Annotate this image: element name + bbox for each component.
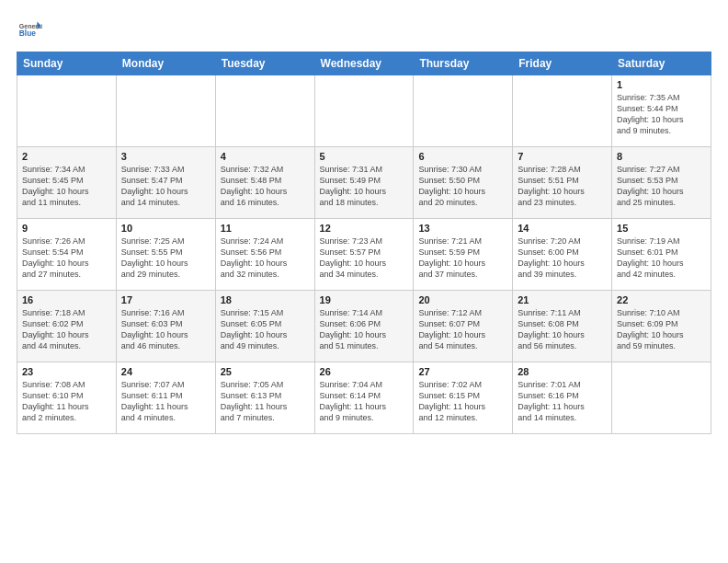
calendar-cell: 21Sunrise: 7:11 AM Sunset: 6:08 PM Dayli…	[513, 291, 612, 362]
day-number: 24	[121, 366, 210, 377]
day-info: Sunrise: 7:30 AM Sunset: 5:50 PM Dayligh…	[418, 164, 507, 209]
day-info: Sunrise: 7:01 AM Sunset: 6:16 PM Dayligh…	[518, 379, 607, 424]
calendar-cell	[513, 75, 612, 147]
calendar-cell	[314, 75, 414, 147]
day-number: 3	[121, 151, 210, 162]
calendar-cell: 20Sunrise: 7:12 AM Sunset: 6:07 PM Dayli…	[414, 291, 513, 362]
day-info: Sunrise: 7:05 AM Sunset: 6:13 PM Dayligh…	[221, 379, 310, 424]
day-number: 5	[320, 151, 409, 162]
calendar-cell: 16Sunrise: 7:18 AM Sunset: 6:02 PM Dayli…	[17, 291, 117, 362]
day-info: Sunrise: 7:25 AM Sunset: 5:55 PM Dayligh…	[121, 236, 210, 281]
logo: General Blue	[17, 17, 46, 42]
week-row-0: 1Sunrise: 7:35 AM Sunset: 5:44 PM Daylig…	[17, 75, 711, 147]
day-header-thursday: Thursday	[414, 52, 513, 75]
day-header-friday: Friday	[513, 52, 612, 75]
day-info: Sunrise: 7:16 AM Sunset: 6:03 PM Dayligh…	[121, 307, 210, 352]
day-number: 21	[518, 294, 607, 305]
day-info: Sunrise: 7:08 AM Sunset: 6:10 PM Dayligh…	[22, 379, 111, 424]
calendar-cell: 17Sunrise: 7:16 AM Sunset: 6:03 PM Dayli…	[116, 291, 215, 362]
week-row-2: 9Sunrise: 7:26 AM Sunset: 5:54 PM Daylig…	[17, 219, 711, 291]
day-number: 23	[22, 366, 111, 377]
day-info: Sunrise: 7:21 AM Sunset: 5:59 PM Dayligh…	[418, 236, 507, 281]
day-info: Sunrise: 7:23 AM Sunset: 5:57 PM Dayligh…	[320, 236, 409, 281]
calendar-table: SundayMondayTuesdayWednesdayThursdayFrid…	[17, 52, 711, 434]
day-header-saturday: Saturday	[612, 52, 711, 75]
day-number: 4	[221, 151, 310, 162]
day-number: 12	[320, 223, 409, 234]
day-number: 22	[617, 294, 706, 305]
day-info: Sunrise: 7:15 AM Sunset: 6:05 PM Dayligh…	[221, 307, 310, 352]
logo-icon: General Blue	[17, 17, 42, 42]
day-number: 11	[221, 223, 310, 234]
day-info: Sunrise: 7:12 AM Sunset: 6:07 PM Dayligh…	[418, 307, 507, 352]
day-number: 20	[418, 294, 507, 305]
day-number: 26	[320, 366, 409, 377]
day-number: 25	[221, 366, 310, 377]
page: General Blue SundayMondayTuesdayWednesda…	[0, 0, 728, 563]
calendar-cell: 28Sunrise: 7:01 AM Sunset: 6:16 PM Dayli…	[513, 362, 612, 434]
day-number: 7	[518, 151, 607, 162]
day-info: Sunrise: 7:02 AM Sunset: 6:15 PM Dayligh…	[418, 379, 507, 424]
calendar-cell: 26Sunrise: 7:04 AM Sunset: 6:14 PM Dayli…	[314, 362, 414, 434]
day-info: Sunrise: 7:24 AM Sunset: 5:56 PM Dayligh…	[221, 236, 310, 281]
week-row-3: 16Sunrise: 7:18 AM Sunset: 6:02 PM Dayli…	[17, 291, 711, 362]
calendar-cell: 14Sunrise: 7:20 AM Sunset: 6:00 PM Dayli…	[513, 219, 612, 291]
week-row-1: 2Sunrise: 7:34 AM Sunset: 5:45 PM Daylig…	[17, 147, 711, 219]
day-info: Sunrise: 7:11 AM Sunset: 6:08 PM Dayligh…	[518, 307, 607, 352]
calendar-cell: 4Sunrise: 7:32 AM Sunset: 5:48 PM Daylig…	[215, 147, 314, 219]
day-info: Sunrise: 7:04 AM Sunset: 6:14 PM Dayligh…	[320, 379, 409, 424]
day-number: 14	[518, 223, 607, 234]
day-number: 16	[22, 294, 111, 305]
day-number: 6	[418, 151, 507, 162]
day-number: 28	[518, 366, 607, 377]
calendar-cell: 15Sunrise: 7:19 AM Sunset: 6:01 PM Dayli…	[612, 219, 711, 291]
day-number: 1	[617, 79, 706, 90]
day-info: Sunrise: 7:27 AM Sunset: 5:53 PM Dayligh…	[617, 164, 706, 209]
day-number: 8	[617, 151, 706, 162]
day-number: 10	[121, 223, 210, 234]
calendar-cell: 7Sunrise: 7:28 AM Sunset: 5:51 PM Daylig…	[513, 147, 612, 219]
day-number: 15	[617, 223, 706, 234]
calendar-cell: 23Sunrise: 7:08 AM Sunset: 6:10 PM Dayli…	[17, 362, 117, 434]
calendar-cell: 12Sunrise: 7:23 AM Sunset: 5:57 PM Dayli…	[314, 219, 414, 291]
day-info: Sunrise: 7:33 AM Sunset: 5:47 PM Dayligh…	[121, 164, 210, 209]
day-number: 9	[22, 223, 111, 234]
svg-text:Blue: Blue	[19, 29, 36, 38]
day-info: Sunrise: 7:31 AM Sunset: 5:49 PM Dayligh…	[320, 164, 409, 209]
calendar-cell: 25Sunrise: 7:05 AM Sunset: 6:13 PM Dayli…	[215, 362, 314, 434]
day-header-sunday: Sunday	[17, 52, 117, 75]
calendar-cell	[414, 75, 513, 147]
day-number: 17	[121, 294, 210, 305]
calendar-header-row: SundayMondayTuesdayWednesdayThursdayFrid…	[17, 52, 711, 75]
calendar-cell: 9Sunrise: 7:26 AM Sunset: 5:54 PM Daylig…	[17, 219, 117, 291]
week-row-4: 23Sunrise: 7:08 AM Sunset: 6:10 PM Dayli…	[17, 362, 711, 434]
day-number: 13	[418, 223, 507, 234]
day-number: 19	[320, 294, 409, 305]
calendar-cell: 10Sunrise: 7:25 AM Sunset: 5:55 PM Dayli…	[116, 219, 215, 291]
calendar-cell	[612, 362, 711, 434]
day-number: 2	[22, 151, 111, 162]
day-info: Sunrise: 7:14 AM Sunset: 6:06 PM Dayligh…	[320, 307, 409, 352]
day-header-wednesday: Wednesday	[314, 52, 414, 75]
day-header-monday: Monday	[116, 52, 215, 75]
calendar-cell: 8Sunrise: 7:27 AM Sunset: 5:53 PM Daylig…	[612, 147, 711, 219]
day-info: Sunrise: 7:34 AM Sunset: 5:45 PM Dayligh…	[22, 164, 111, 209]
day-header-tuesday: Tuesday	[215, 52, 314, 75]
calendar-cell	[116, 75, 215, 147]
day-info: Sunrise: 7:32 AM Sunset: 5:48 PM Dayligh…	[221, 164, 310, 209]
day-info: Sunrise: 7:10 AM Sunset: 6:09 PM Dayligh…	[617, 307, 706, 352]
calendar-cell	[215, 75, 314, 147]
calendar-cell	[17, 75, 117, 147]
day-info: Sunrise: 7:07 AM Sunset: 6:11 PM Dayligh…	[121, 379, 210, 424]
day-info: Sunrise: 7:26 AM Sunset: 5:54 PM Dayligh…	[22, 236, 111, 281]
header: General Blue	[17, 17, 711, 42]
calendar-cell: 3Sunrise: 7:33 AM Sunset: 5:47 PM Daylig…	[116, 147, 215, 219]
day-info: Sunrise: 7:18 AM Sunset: 6:02 PM Dayligh…	[22, 307, 111, 352]
calendar-cell: 2Sunrise: 7:34 AM Sunset: 5:45 PM Daylig…	[17, 147, 117, 219]
calendar-cell: 24Sunrise: 7:07 AM Sunset: 6:11 PM Dayli…	[116, 362, 215, 434]
day-info: Sunrise: 7:20 AM Sunset: 6:00 PM Dayligh…	[518, 236, 607, 281]
calendar-cell: 6Sunrise: 7:30 AM Sunset: 5:50 PM Daylig…	[414, 147, 513, 219]
calendar-cell: 27Sunrise: 7:02 AM Sunset: 6:15 PM Dayli…	[414, 362, 513, 434]
calendar-cell: 22Sunrise: 7:10 AM Sunset: 6:09 PM Dayli…	[612, 291, 711, 362]
calendar-cell: 13Sunrise: 7:21 AM Sunset: 5:59 PM Dayli…	[414, 219, 513, 291]
